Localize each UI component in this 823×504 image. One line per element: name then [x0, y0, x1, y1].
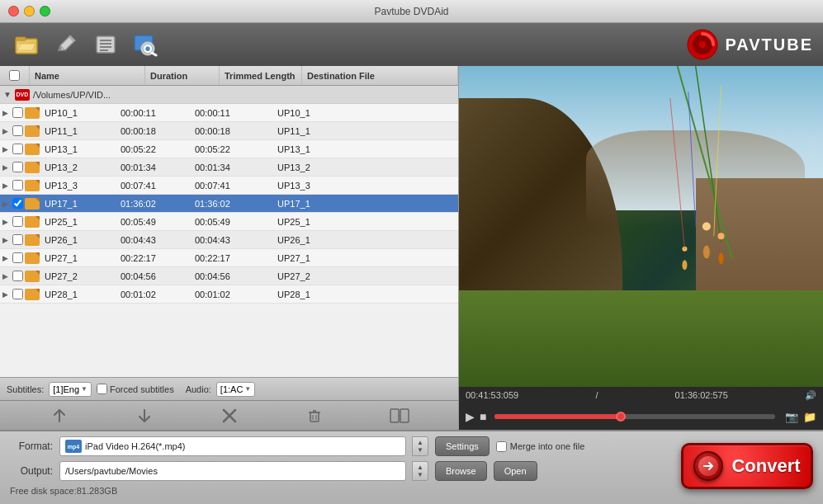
settings-button[interactable]: Settings — [435, 436, 490, 456]
table-row[interactable]: ▶ UP11_1 00:00:18 00:00:18 UP11_1 — [0, 122, 458, 140]
row-checkbox[interactable] — [12, 234, 23, 245]
subtitles-value: [1]Eng — [53, 384, 79, 394]
open-output-button[interactable]: Open — [494, 461, 537, 481]
format-input[interactable]: mp4 iPad Video H.264(*.mp4) — [59, 436, 406, 456]
select-all-checkbox[interactable] — [9, 70, 20, 81]
move-up-button[interactable] — [48, 404, 71, 427]
forced-subtitles-option[interactable]: Forced subtitles — [97, 384, 174, 394]
table-row[interactable]: ▶ UP13_3 00:07:41 00:07:41 UP13_3 — [0, 177, 458, 195]
convert-button[interactable]: Convert — [681, 443, 813, 489]
header-checkbox-cell — [0, 66, 30, 85]
search-button[interactable] — [129, 28, 162, 61]
trash-button[interactable] — [303, 404, 326, 427]
table-row[interactable]: ▶ UP13_2 00:01:34 00:01:34 UP13_2 — [0, 158, 458, 177]
table-row[interactable]: ▶ UP25_1 00:05:49 00:05:49 UP25_1 — [0, 213, 458, 231]
row-checkbox[interactable] — [12, 198, 23, 209]
open-button[interactable] — [10, 28, 43, 61]
row-checkbox-cell[interactable] — [10, 216, 25, 227]
toolbar: PAVTUBE — [0, 23, 823, 66]
row-checkbox-cell[interactable] — [10, 162, 25, 172]
merge-checkbox[interactable] — [496, 441, 507, 452]
preview-video — [459, 66, 823, 387]
move-down-button[interactable] — [133, 404, 156, 427]
row-checkbox[interactable] — [12, 252, 23, 263]
subtitles-label: Subtitles: — [7, 384, 44, 394]
split-button[interactable] — [388, 404, 411, 427]
row-checkbox-cell[interactable] — [10, 125, 25, 136]
row-checkbox-cell[interactable] — [10, 180, 25, 191]
row-checkbox-cell[interactable] — [10, 144, 25, 154]
play-button[interactable]: ▶ — [466, 410, 475, 423]
table-row[interactable]: ▶ UP26_1 00:04:43 00:04:43 UP26_1 — [0, 231, 458, 249]
row-name: UP27_1 — [43, 253, 117, 263]
subtitles-dropdown[interactable]: [1]Eng ▼ — [49, 382, 92, 397]
row-duration: 00:01:02 — [117, 290, 192, 299]
row-checkbox-cell[interactable] — [10, 234, 25, 245]
audio-dropdown[interactable]: [1:AC ▼ — [216, 382, 255, 397]
row-arrow: ▶ — [0, 200, 10, 208]
table-row[interactable]: ▶ UP28_1 00:01:02 00:01:02 UP28_1 — [0, 285, 458, 304]
action-button-bar — [0, 400, 458, 430]
table-row[interactable]: ▶ UP17_1 01:36:02 01:36:02 UP17_1 — [0, 195, 458, 213]
row-checkbox-cell[interactable] — [10, 289, 25, 299]
format-label: Format: — [10, 440, 53, 452]
output-dropdown-button[interactable]: ▲ ▼ — [412, 461, 428, 481]
stop-button[interactable]: ■ — [480, 410, 486, 423]
row-name: UP25_1 — [43, 217, 117, 227]
row-duration: 00:04:56 — [117, 271, 192, 281]
minimize-button[interactable] — [24, 6, 35, 16]
row-arrow: ▶ — [0, 290, 10, 299]
row-dest: UP17_1 — [274, 199, 458, 209]
svg-rect-18 — [310, 412, 319, 422]
audio-label: Audio: — [186, 384, 211, 394]
table-row[interactable]: ▶ UP10_1 00:00:11 00:00:11 UP10_1 — [0, 104, 458, 122]
row-checkbox[interactable] — [12, 162, 23, 172]
table-row[interactable]: ▶ UP27_2 00:04:56 00:04:56 UP27_2 — [0, 267, 458, 285]
row-checkbox[interactable] — [12, 289, 23, 299]
row-duration: 00:22:17 — [117, 253, 192, 263]
row-file-icon — [25, 271, 40, 282]
snapshot-folder-button[interactable]: 📁 — [803, 411, 816, 423]
row-trimmed: 00:04:56 — [192, 271, 274, 281]
row-duration: 00:00:11 — [117, 108, 192, 118]
row-trimmed: 00:01:34 — [192, 163, 274, 172]
row-arrow: ▶ — [0, 145, 10, 153]
row-checkbox-cell[interactable] — [10, 271, 25, 281]
row-checkbox[interactable] — [12, 180, 23, 191]
row-arrow: ▶ — [0, 109, 10, 117]
row-checkbox[interactable] — [12, 271, 23, 281]
row-checkbox[interactable] — [12, 144, 23, 154]
row-checkbox[interactable] — [12, 216, 23, 227]
close-button[interactable] — [8, 6, 19, 16]
convert-section: Convert — [681, 443, 813, 489]
row-checkbox[interactable] — [12, 107, 23, 118]
progress-bar[interactable] — [494, 414, 775, 419]
dvd-expand-arrow: ▼ — [3, 90, 12, 99]
row-checkbox-cell[interactable] — [10, 252, 25, 263]
snapshot-button[interactable]: 📷 — [785, 411, 798, 423]
dvd-group-row[interactable]: ▼ DVD /Volumes/UP/VID... — [0, 86, 458, 104]
window-controls — [8, 6, 50, 16]
row-checkbox[interactable] — [12, 125, 23, 136]
table-row[interactable]: ▶ UP27_1 00:22:17 00:22:17 UP27_1 — [0, 249, 458, 267]
table-body[interactable]: ▼ DVD /Volumes/UP/VID... ▶ UP10_1 00:00:… — [0, 86, 458, 377]
row-trimmed: 00:00:18 — [192, 126, 274, 136]
edit-button[interactable] — [50, 28, 83, 61]
remove-button[interactable] — [218, 404, 241, 427]
header-name: Name — [30, 66, 145, 85]
forced-subtitles-checkbox[interactable] — [97, 384, 107, 394]
output-input[interactable]: /Users/pavtube/Movies — [59, 461, 406, 481]
list-button[interactable] — [89, 28, 122, 61]
row-checkbox-cell[interactable] — [10, 198, 25, 209]
convert-label: Convert — [731, 455, 800, 477]
browse-button[interactable]: Browse — [435, 461, 487, 481]
row-dest: UP13_2 — [274, 163, 458, 172]
row-dest: UP13_1 — [274, 144, 458, 154]
table-row[interactable]: ▶ UP13_1 00:05:22 00:05:22 UP13_1 — [0, 140, 458, 158]
format-dropdown-button[interactable]: ▲ ▼ — [412, 436, 428, 456]
maximize-button[interactable] — [40, 6, 50, 16]
merge-option[interactable]: Merge into one file — [496, 441, 585, 452]
row-file-icon — [25, 107, 40, 119]
row-dest: UP27_2 — [274, 271, 458, 281]
row-checkbox-cell[interactable] — [10, 107, 25, 118]
